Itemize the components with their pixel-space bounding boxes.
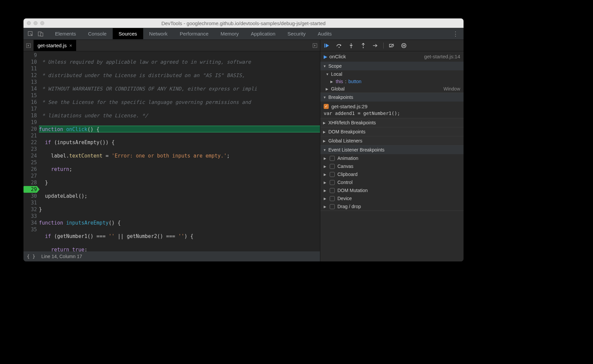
step-over-icon[interactable] (334, 41, 344, 50)
tab-security[interactable]: Security (281, 28, 312, 39)
global-listeners-header[interactable]: ▶Global Listeners (320, 136, 464, 145)
inspect-icon[interactable] (27, 30, 34, 38)
debugger-toolbar (320, 40, 464, 51)
breakpoints-header[interactable]: ▼Breakpoints (320, 93, 464, 102)
titlebar: DevTools - googlechrome.github.io/devtoo… (23, 18, 464, 28)
tab-sources[interactable]: Sources (113, 28, 143, 39)
device-mode-icon[interactable] (37, 30, 44, 38)
breakpoint-item[interactable]: ✓ get-started.js:29 (320, 102, 464, 110)
svg-rect-11 (403, 45, 403, 47)
dom-breakpoints-header[interactable]: ▶DOM Breakpoints (320, 127, 464, 136)
tab-memory[interactable]: Memory (215, 28, 245, 39)
code-lines[interactable]: * Unless required by applicable law or a… (39, 51, 320, 251)
event-cat-device[interactable]: ▶Device (320, 194, 464, 202)
tab-console[interactable]: Console (82, 28, 113, 39)
checkbox-icon[interactable] (330, 180, 335, 185)
devtools-window: DevTools - googlechrome.github.io/devtoo… (23, 18, 464, 261)
navigator-toggle-icon[interactable] (23, 40, 34, 51)
scope-global[interactable]: ▶GlobalWindow (320, 85, 464, 93)
window-title: DevTools - googlechrome.github.io/devtoo… (23, 20, 464, 26)
event-cat-dom-mutation[interactable]: ▶DOM Mutation (320, 186, 464, 194)
svg-rect-2 (41, 33, 43, 36)
step-into-icon[interactable] (346, 41, 356, 50)
callstack-location: get-started.js:14 (424, 54, 460, 59)
step-out-icon[interactable] (359, 41, 368, 50)
status-bar: { } Line 14, Column 17 (23, 251, 320, 261)
file-tab-label: get-started.js (38, 43, 67, 48)
event-cat-control[interactable]: ▶Control (320, 178, 464, 186)
scope-this[interactable]: ▶this: button (320, 78, 464, 85)
pause-exceptions-icon[interactable] (399, 41, 409, 50)
debugger-drawer-icon[interactable] (310, 43, 320, 48)
event-cat-canvas[interactable]: ▶Canvas (320, 162, 464, 170)
cursor-position: Line 14, Column 17 (41, 254, 82, 259)
tab-performance[interactable]: Performance (174, 28, 215, 39)
svg-point-6 (339, 47, 340, 48)
resume-icon[interactable] (322, 41, 332, 50)
xhr-breakpoints-header[interactable]: ▶XHR/fetch Breakpoints (320, 118, 464, 127)
scope-local[interactable]: ▼Local (320, 70, 464, 78)
panel-tabbar: Elements Console Sources Network Perform… (23, 28, 464, 40)
debugger-sidebar: ▶ onClick get-started.js:14 ▼Scope ▼Loca… (320, 40, 464, 261)
scope-header[interactable]: ▼Scope (320, 62, 464, 70)
callstack-frame[interactable]: ▶ onClick get-started.js:14 (320, 51, 464, 62)
breakpoint-marker[interactable]: 29 (23, 186, 37, 193)
gutter[interactable]: 910111213 1415161718 1920212223 24252627… (23, 51, 39, 251)
event-cat-animation[interactable]: ▶Animation (320, 154, 464, 162)
breakpoint-code: var addend1 = getNumber1(); (320, 110, 464, 118)
checkbox-icon[interactable] (330, 172, 335, 177)
checkbox-icon[interactable]: ✓ (324, 104, 329, 109)
checkbox-icon[interactable] (330, 164, 335, 169)
checkbox-icon[interactable] (330, 196, 335, 201)
pretty-print-icon[interactable]: { } (27, 254, 35, 259)
event-breakpoints-header[interactable]: ▼Event Listener Breakpoints (320, 145, 464, 154)
svg-point-7 (351, 47, 352, 48)
file-tabbar: get-started.js × (23, 40, 320, 51)
tab-application[interactable]: Application (245, 28, 281, 39)
checkbox-icon[interactable] (330, 188, 335, 193)
callstack-fn: onClick (329, 54, 346, 59)
arrow-right-icon: ▶ (324, 54, 327, 59)
event-cat-drag-drop[interactable]: ▶Drag / drop (320, 202, 464, 210)
tab-elements[interactable]: Elements (49, 28, 82, 39)
more-menu-icon[interactable]: ⋮ (450, 30, 462, 38)
code-editor[interactable]: 910111213 1415161718 1920212223 24252627… (23, 51, 320, 251)
svg-point-10 (402, 43, 406, 48)
checkbox-icon[interactable] (330, 204, 335, 209)
svg-rect-12 (404, 45, 405, 47)
checkbox-icon[interactable] (330, 156, 335, 161)
file-tab-get-started[interactable]: get-started.js × (34, 40, 76, 51)
svg-point-8 (363, 47, 364, 48)
svg-rect-5 (324, 44, 325, 48)
step-icon[interactable] (371, 41, 380, 50)
deactivate-breakpoints-icon[interactable] (387, 41, 396, 50)
close-icon[interactable]: × (69, 43, 72, 48)
event-cat-clipboard[interactable]: ▶Clipboard (320, 170, 464, 178)
tab-network[interactable]: Network (143, 28, 174, 39)
tab-audits[interactable]: Audits (312, 28, 338, 39)
